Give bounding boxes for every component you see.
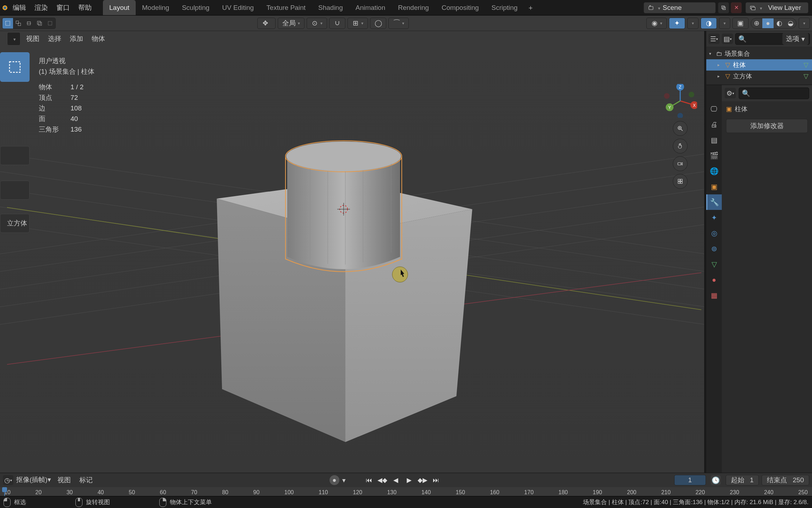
viewlayer-selector[interactable]: View Layer: [745, 2, 808, 13]
tab-material[interactable]: ●: [706, 272, 722, 288]
overlay-dropdown[interactable]: ▾: [719, 18, 730, 29]
3d-viewport[interactable]: 立方体 用户透视 (1) 场景集合 | 柱体 物体1 / 2顶点72边108面4…: [0, 31, 704, 488]
xray-toggle[interactable]: ▣: [732, 18, 749, 29]
transform-orientation[interactable]: 全局▾: [278, 18, 304, 29]
select-mode-box[interactable]: [2, 18, 13, 29]
workspace-tab-sculpting[interactable]: Sculpting: [176, 0, 216, 15]
toolshelf-rotate[interactable]: [0, 181, 30, 200]
gizmo-toggle[interactable]: ✦: [669, 18, 685, 29]
tab-object[interactable]: ▣: [706, 179, 722, 194]
toolshelf-addcube[interactable]: 立方体: [0, 214, 30, 233]
menu-编辑[interactable]: 编辑: [8, 0, 30, 15]
timeline-tick: 70: [191, 489, 197, 496]
current-frame-field[interactable]: 1: [674, 475, 706, 485]
tab-texture[interactable]: ▦: [706, 288, 722, 303]
scene-new-button[interactable]: [718, 2, 729, 13]
tab-scene[interactable]: 🎬: [706, 148, 722, 163]
cursor-dropdown[interactable]: ✥: [257, 18, 276, 29]
outliner-item-立方体[interactable]: ▸▽立方体▽: [706, 71, 812, 82]
visibility-dropdown[interactable]: ◉▾: [646, 18, 667, 29]
workspace-tab-modeling[interactable]: Modeling: [136, 0, 176, 15]
tab-particles[interactable]: ✦: [706, 210, 722, 225]
play-reverse-button[interactable]: ◀: [391, 475, 401, 485]
tab-constraints[interactable]: ⊚: [706, 241, 722, 256]
jump-start-button[interactable]: ⏮: [364, 475, 374, 485]
props-type-dropdown[interactable]: ⚙▾: [725, 88, 736, 98]
shading-dropdown[interactable]: ▾: [799, 18, 810, 29]
viewport-menu-添加[interactable]: 添加: [66, 34, 87, 43]
jump-end-button[interactable]: ⏭: [431, 475, 441, 485]
zoom-button[interactable]: [673, 121, 687, 135]
gizmo-dropdown[interactable]: ▾: [687, 18, 699, 29]
scene-delete-button[interactable]: ✕: [731, 2, 742, 13]
end-frame-field[interactable]: 结束点250: [762, 475, 809, 485]
workspace-tab-scripting[interactable]: Scripting: [485, 0, 524, 15]
timeline-menu-标记[interactable]: 标记: [76, 476, 96, 485]
shading-solid[interactable]: ●: [762, 18, 774, 28]
tab-render[interactable]: 🖵: [706, 101, 722, 117]
workspace-tab-shading[interactable]: Shading: [312, 0, 349, 15]
timeline-tick: 180: [559, 489, 568, 496]
toolshelf-move[interactable]: [0, 146, 30, 165]
toolshelf-select-box[interactable]: [0, 52, 30, 82]
viewport-menu-物体[interactable]: 物体: [87, 34, 109, 43]
options-dropdown[interactable]: 选项▾: [782, 33, 808, 45]
select-mode-extend[interactable]: [13, 18, 24, 29]
snap-type[interactable]: ⊞▾: [347, 18, 368, 29]
tab-physics[interactable]: ◎: [706, 225, 722, 241]
tab-viewlayer[interactable]: ▤: [706, 132, 722, 148]
nav-gizmo[interactable]: X Y Z: [663, 84, 697, 118]
snap-toggle[interactable]: [329, 18, 345, 29]
workspace-tab-rendering[interactable]: Rendering: [392, 0, 435, 15]
shading-material[interactable]: ◐: [774, 18, 785, 28]
keyframe-prev-button[interactable]: ◀◆: [377, 475, 387, 485]
select-mode-subtract[interactable]: [24, 18, 34, 29]
viewport-menu-选择[interactable]: 选择: [44, 34, 66, 43]
outliner-type-dropdown[interactable]: ☰▾: [708, 34, 720, 44]
outliner-display-dropdown[interactable]: ▤▾: [722, 34, 733, 44]
overlay-toggle[interactable]: ◑: [701, 18, 717, 29]
select-mode-intersect[interactable]: [34, 18, 45, 29]
workspace-tab-layout[interactable]: Layout: [103, 0, 136, 15]
tab-world[interactable]: 🌐: [706, 163, 722, 179]
timeclock-button[interactable]: 🕓: [711, 475, 721, 485]
menu-窗口[interactable]: 窗口: [52, 0, 74, 15]
proportional-toggle[interactable]: ◯: [370, 18, 386, 29]
tab-output[interactable]: 🖨: [706, 117, 722, 132]
editor-type-dropdown[interactable]: [7, 32, 20, 46]
tab-modifiers[interactable]: 🔧: [706, 194, 722, 210]
viewport-menu-视图[interactable]: 视图: [22, 34, 44, 43]
timeline-mode-dropdown[interactable]: 抠像(插帧)▾: [16, 475, 51, 485]
shading-wireframe[interactable]: ⊕: [751, 18, 762, 28]
menu-帮助[interactable]: 帮助: [74, 0, 96, 15]
select-mode-invert[interactable]: [45, 18, 55, 29]
proportional-type[interactable]: ⁀▾: [388, 18, 409, 29]
menu-渲染[interactable]: 渲染: [30, 0, 52, 15]
autokey-toggle[interactable]: ●: [330, 475, 339, 485]
tab-mesh[interactable]: ▽: [706, 256, 722, 272]
workspace-tab-compositing[interactable]: Compositing: [435, 0, 485, 15]
collection-icon: 🗀: [716, 50, 722, 58]
workspace-tab-animation[interactable]: Animation: [349, 0, 392, 15]
toolshelf-cursor[interactable]: [0, 83, 30, 113]
autokey-dropdown[interactable]: ▾: [342, 475, 348, 485]
add-modifier-button[interactable]: 添加修改器: [726, 119, 808, 133]
props-search[interactable]: 🔍: [739, 87, 809, 99]
pan-button[interactable]: [673, 139, 687, 153]
play-button[interactable]: ▶: [404, 475, 414, 485]
scene-name-input[interactable]: [663, 4, 712, 12]
shading-rendered[interactable]: ◒: [785, 18, 796, 28]
workspace-add-button[interactable]: ＋: [524, 3, 537, 12]
keyframe-next-button[interactable]: ◆▶: [418, 475, 427, 485]
outliner-root[interactable]: ▾🗀场景集合: [706, 48, 812, 59]
camera-button[interactable]: [673, 157, 687, 171]
workspace-tab-texture paint[interactable]: Texture Paint: [260, 0, 312, 15]
start-frame-field[interactable]: 起始1: [726, 475, 759, 485]
timeline-menu-视图[interactable]: 视图: [54, 476, 74, 485]
pivot-dropdown[interactable]: ⊙▾: [307, 18, 327, 29]
workspace-tab-uv editing[interactable]: UV Editing: [216, 0, 260, 15]
timeline-type-dropdown[interactable]: ◷▾: [3, 475, 13, 485]
perspective-button[interactable]: [673, 174, 687, 188]
scene-selector[interactable]: [644, 2, 716, 13]
outliner-item-柱体[interactable]: ▸▽柱体▽: [706, 59, 812, 71]
